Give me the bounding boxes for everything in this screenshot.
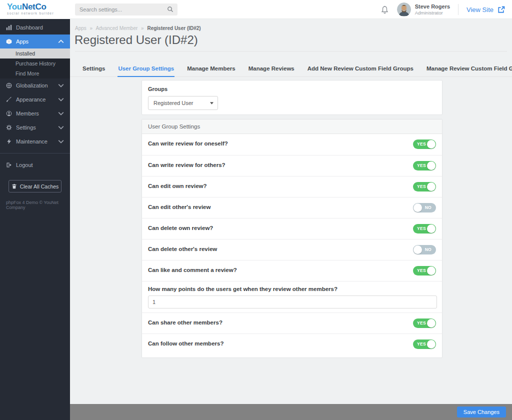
main-content: Apps » Advanced Member » Registered User… xyxy=(70,19,512,420)
page-title: Registered User (ID#2) xyxy=(74,33,198,47)
setting-row: Can share other members?YES xyxy=(142,312,442,334)
topbar: Steve Rogers Administrator View Site xyxy=(70,0,512,19)
setting-label: Can delete other's review xyxy=(142,240,442,252)
dashboard-icon xyxy=(6,24,12,30)
tab-user-group-settings[interactable]: User Group Settings xyxy=(118,61,174,77)
toggle-state-label: YES xyxy=(417,266,426,276)
logout-icon xyxy=(6,162,12,168)
user-name: Steve Rogers xyxy=(415,4,450,10)
setting-row: Can follow other members?YES xyxy=(142,334,442,354)
tab-add-new-review-custom-field-groups[interactable]: Add New Review Custom Field Groups xyxy=(307,61,414,77)
sidebar-item-purchase-history[interactable]: Purchase History xyxy=(0,58,70,68)
sidebar: YouNetCo social network builder Dashboar… xyxy=(0,0,70,420)
tab-settings[interactable]: Settings xyxy=(82,61,106,77)
sidebar-item-label: Appearance xyxy=(16,96,46,102)
user-info[interactable]: Steve Rogers Administrator xyxy=(415,4,450,16)
yes-no-toggle[interactable]: YES xyxy=(413,161,436,170)
setting-row: Can write review for oneself?YES xyxy=(142,134,442,155)
yes-no-toggle[interactable]: NO xyxy=(413,203,436,212)
sidebar-item-find-more[interactable]: Find More xyxy=(0,68,70,78)
notifications-bell-icon[interactable] xyxy=(380,6,389,14)
view-site-link[interactable]: View Site xyxy=(466,6,505,14)
toggle-knob xyxy=(427,162,436,170)
sidebar-item-settings[interactable]: Settings xyxy=(0,120,70,134)
avatar[interactable] xyxy=(397,2,411,16)
setting-label: How many points do the users get when th… xyxy=(142,282,442,292)
yes-no-toggle[interactable]: YES xyxy=(413,182,436,192)
tab-manage-reviews[interactable]: Manage Reviews xyxy=(248,61,295,77)
points-input[interactable] xyxy=(148,296,437,308)
view-site-label: View Site xyxy=(466,6,494,14)
sidebar-item-label: Members xyxy=(16,110,39,116)
bolt-icon xyxy=(6,138,12,144)
logo[interactable]: YouNetCo social network builder xyxy=(0,0,70,19)
search-box xyxy=(75,4,178,16)
external-link-icon xyxy=(498,6,505,14)
clear-all-caches-label: Clear All Caches xyxy=(20,184,59,190)
setting-row: How many points do the users get when th… xyxy=(142,281,442,312)
toggle-knob xyxy=(427,182,436,191)
title-divider xyxy=(75,51,507,52)
sidebar-item-label: Logout xyxy=(16,162,33,168)
setting-row: Can edit other's reviewNO xyxy=(142,197,442,218)
sidebar-item-label: Purchase History xyxy=(16,60,56,66)
setting-label: Can follow other members? xyxy=(142,334,442,346)
sidebar-item-apps[interactable]: Apps xyxy=(0,34,70,48)
yes-no-toggle[interactable]: YES xyxy=(413,140,436,149)
toggle-knob xyxy=(427,140,436,148)
sidebar-divider xyxy=(0,153,70,154)
sidebar-item-label: Dashboard xyxy=(16,24,43,30)
sidebar-item-logout[interactable]: Logout xyxy=(0,158,70,172)
yes-no-toggle[interactable]: YES xyxy=(413,340,436,349)
sidebar-item-appearance[interactable]: Appearance xyxy=(0,92,70,106)
tab-manage-review-custom-field-groups[interactable]: Manage Review Custom Field Groups xyxy=(426,61,512,77)
sidebar-item-globalization[interactable]: Globalization xyxy=(0,78,70,92)
breadcrumb-apps[interactable]: Apps xyxy=(75,26,86,31)
yes-no-toggle[interactable]: YES xyxy=(413,318,436,328)
toggle-state-label: YES xyxy=(417,182,426,192)
sidebar-item-label: Apps xyxy=(16,38,28,44)
setting-label: Can like and comment a review? xyxy=(142,260,442,273)
tab-manage-members[interactable]: Manage Members xyxy=(186,61,236,77)
toggle-state-label: YES xyxy=(417,340,426,349)
sidebar-item-label: Maintenance xyxy=(16,138,48,144)
user-group-settings-panel: User Group Settings Can write review for… xyxy=(142,119,442,358)
apps-icon xyxy=(6,38,12,44)
bottom-action-bar: Save Changes xyxy=(70,404,512,420)
chevron-up-icon xyxy=(58,38,64,44)
setting-row: Can write review for others?YES xyxy=(142,155,442,176)
user-role: Administrator xyxy=(415,10,450,16)
yes-no-toggle[interactable]: NO xyxy=(413,245,436,254)
toggle-state-label: YES xyxy=(417,224,426,234)
yes-no-toggle[interactable]: YES xyxy=(413,224,436,234)
sidebar-item-dashboard[interactable]: Dashboard xyxy=(0,20,70,34)
caret-down-icon xyxy=(210,102,214,104)
sidebar-item-maintenance[interactable]: Maintenance xyxy=(0,134,70,148)
yes-no-toggle[interactable]: YES xyxy=(413,266,436,276)
save-changes-button[interactable]: Save Changes xyxy=(457,406,506,418)
breadcrumb-advanced-member[interactable]: Advanced Member xyxy=(96,26,138,31)
toggle-state-label: YES xyxy=(417,140,426,149)
clear-all-caches-button[interactable]: Clear All Caches xyxy=(8,180,62,192)
setting-row: Can delete other's reviewNO xyxy=(142,239,442,260)
search-icon[interactable] xyxy=(167,6,174,12)
toggle-knob xyxy=(427,319,436,328)
toggle-state-label: NO xyxy=(425,245,432,254)
groups-select[interactable]: Registered User xyxy=(148,96,218,110)
search-input[interactable] xyxy=(80,4,164,16)
breadcrumb-current: Registered User (ID#2) xyxy=(147,26,200,31)
setting-row: Can like and comment a review?YES xyxy=(142,260,442,281)
chevron-down-icon xyxy=(58,138,64,144)
chevron-down-icon xyxy=(58,82,64,88)
groups-select-value: Registered User xyxy=(154,96,193,110)
members-icon xyxy=(6,110,12,116)
setting-label: Can delete own review? xyxy=(142,218,442,231)
topbar-divider xyxy=(458,4,458,15)
globe-icon xyxy=(6,82,12,88)
sidebar-item-installed[interactable]: Installed xyxy=(0,48,70,58)
settings-panel-title: User Group Settings xyxy=(142,120,442,134)
chevron-down-icon xyxy=(58,110,64,116)
sidebar-item-members[interactable]: Members xyxy=(0,106,70,120)
topbar-right: Steve Rogers Administrator View Site xyxy=(380,0,505,19)
content-column: Groups Registered User User Group Settin… xyxy=(142,80,442,358)
